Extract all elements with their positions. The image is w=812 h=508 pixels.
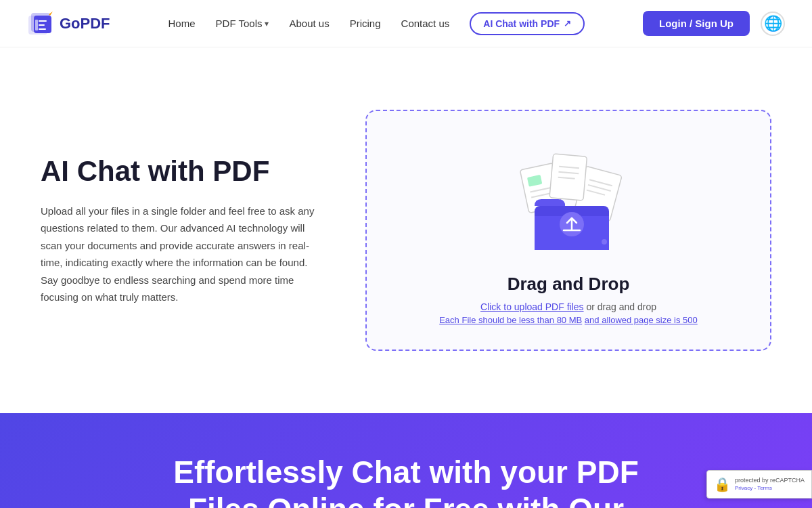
drag-drop-title: Drag and Drop — [508, 274, 630, 295]
nav-home[interactable]: Home — [168, 18, 196, 29]
page-title: AI Chat with PDF — [41, 154, 325, 188]
svg-point-20 — [602, 239, 607, 245]
bottom-section: Effortlessly Chat with your PDF Files On… — [0, 413, 812, 508]
nav-pricing[interactable]: Pricing — [350, 18, 381, 29]
upload-illustration — [501, 138, 636, 260]
upload-link[interactable]: Click to upload PDF files — [480, 301, 584, 312]
nav-pdf-tools[interactable]: PDF Tools ▾ — [216, 18, 269, 29]
login-button[interactable]: Login / Sign Up — [643, 11, 750, 36]
main-section: AI Chat with PDF Upload all your files i… — [0, 47, 812, 413]
upload-click-text: Click to upload PDF files or drag and dr… — [480, 301, 656, 312]
logo-text: GoPDF — [60, 15, 110, 33]
nav-ai-chat[interactable]: AI Chat with PDF ↗ — [470, 12, 585, 35]
upload-area: Drag and Drop Click to upload PDF files … — [365, 110, 771, 351]
upload-limit: Each File should be less than 80 MB and … — [439, 315, 698, 325]
upload-dropzone[interactable]: Drag and Drop Click to upload PDF files … — [365, 110, 771, 351]
recaptcha-text: protected by reCAPTCHA Privacy - Terms — [735, 477, 805, 492]
page-description: Upload all your files in a single folder… — [41, 203, 325, 306]
recaptcha-badge: 🔒 protected by reCAPTCHA Privacy - Terms — [706, 470, 812, 499]
svg-rect-12 — [549, 154, 587, 200]
logo-icon — [27, 10, 54, 37]
logo[interactable]: GoPDF — [27, 10, 110, 37]
chevron-down-icon: ▾ — [265, 19, 269, 28]
nav-contact[interactable]: Contact us — [401, 18, 450, 29]
header-right: Login / Sign Up 🌐 — [643, 11, 785, 36]
language-selector[interactable]: 🌐 — [761, 12, 785, 36]
main-nav: Home PDF Tools ▾ About us Pricing Contac… — [168, 12, 585, 35]
recaptcha-icon: 🔒 — [714, 476, 731, 492]
nav-about[interactable]: About us — [289, 18, 329, 29]
external-link-icon: ↗ — [564, 18, 571, 28]
svg-rect-3 — [35, 20, 38, 30]
bottom-title: Effortlessly Chat with your PDF Files On… — [27, 454, 785, 508]
header: GoPDF Home PDF Tools ▾ About us Pricing … — [0, 0, 812, 47]
left-content: AI Chat with PDF Upload all your files i… — [41, 154, 325, 305]
